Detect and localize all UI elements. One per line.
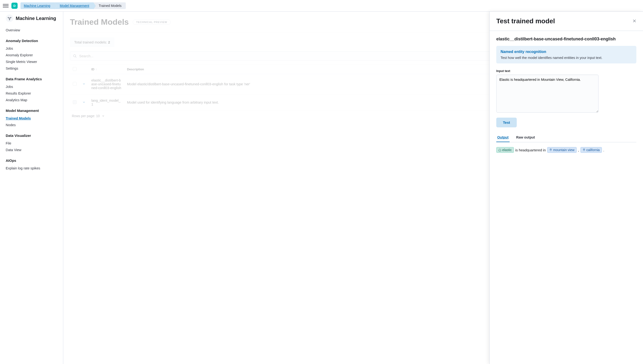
callout-text: Test how well the model identifies named… [501,56,632,60]
technical-preview-badge: TECHNICAL PREVIEW [133,20,171,25]
model-name: elastic__distilbert-base-uncased-finetun… [496,36,636,42]
sidebar-group-data-viz: Data Visualizer [6,134,63,138]
input-text-label: Input text [496,69,636,73]
close-icon [632,19,636,23]
hamburger-menu-icon[interactable] [3,3,9,8]
ml-app-icon [6,14,13,22]
sidebar-item-file[interactable]: File [6,140,63,146]
page-title: Trained Models [70,17,129,26]
flyout-title: Test trained model [496,17,555,25]
output-line: elastic is headquartered in mountain vie… [496,147,636,153]
svg-line-5 [10,18,11,18]
sidebar-item-analytics-map[interactable]: Analytics Map [6,97,63,103]
tab-raw-output[interactable]: Raw output [515,133,536,142]
svg-point-3 [9,20,10,20]
svg-point-7 [74,55,76,57]
breadcrumb-current: Trained Models [94,2,126,9]
sidebar-item-settings[interactable]: Settings [6,65,63,72]
sort-asc-icon: ↑ [95,68,97,71]
sidebar-group-anomaly: Anomaly Detection [6,39,63,43]
top-bar: D Machine Learning Model Management Trai… [0,0,643,12]
entity-loc: california [580,147,602,153]
output-text: . [603,148,604,152]
sidebar-item-data-view[interactable]: Data View [6,146,63,153]
sidebar-item-explain-spikes[interactable]: Explain log rate spikes [6,165,63,172]
location-icon [583,148,585,151]
sidebar-item-overview[interactable]: Overview [6,27,63,34]
output-text: , [578,148,579,152]
col-id[interactable]: ID↑ [89,65,124,74]
close-flyout-button[interactable] [632,18,636,24]
expand-row-icon[interactable] [82,100,86,104]
svg-point-11 [550,149,551,150]
total-models-stat: Total trained models: 2 [70,37,114,47]
sidebar-group-aiops: AIOps [6,158,63,162]
sidebar-item-anomaly-explorer[interactable]: Anomaly Explorer [6,52,63,58]
chevron-down-icon [102,114,105,117]
sidebar-item-nodes[interactable]: Nodes [6,122,63,128]
breadcrumb-model-mgmt[interactable]: Model Management [55,2,94,9]
select-all-checkbox[interactable] [73,67,77,71]
home-icon [498,148,501,151]
svg-line-8 [75,56,76,58]
sidebar-item-single-metric[interactable]: Single Metric Viewer [6,58,63,65]
tab-output[interactable]: Output [496,133,510,142]
input-text-textarea[interactable] [496,74,598,112]
expand-row-icon[interactable] [82,82,86,86]
sidebar-item-results-explorer[interactable]: Results Explorer [6,90,63,97]
sidebar-item-dfa-jobs[interactable]: Jobs [6,84,63,90]
output-tabs: Output Raw output [496,133,636,142]
row-checkbox [73,100,77,104]
svg-point-12 [584,149,584,150]
svg-point-0 [9,18,10,19]
search-icon [73,54,77,58]
sidebar-item-jobs[interactable]: Jobs [6,45,63,52]
stat-label: Total trained models: [74,40,108,44]
entity-org: elastic [496,147,514,153]
sidebar: Machine Learning Overview Anomaly Detect… [0,12,63,364]
ner-callout: Named entity recognition Test how well t… [496,46,636,64]
svg-line-4 [9,18,9,18]
row-checkbox[interactable] [73,82,77,86]
output-text: is headquartered in [515,148,546,152]
test-model-flyout: Test trained model elastic__distilbert-b… [489,12,643,364]
callout-title: Named entity recognition [501,50,632,54]
location-icon [549,148,552,151]
entity-loc: mountain view [547,147,577,153]
sidebar-header: Machine Learning [6,14,63,22]
avatar[interactable]: D [12,2,18,9]
row-id: lang_ident_model_1 [89,94,124,111]
stat-value: 2 [108,40,110,44]
sidebar-item-trained-models[interactable]: Trained Models [6,115,63,122]
sidebar-group-model-mgmt: Model Management [6,108,63,112]
breadcrumb-ml[interactable]: Machine Learning [21,2,55,9]
sidebar-group-dfa: Data Frame Analytics [6,77,63,81]
sidebar-app-title: Machine Learning [16,15,56,22]
breadcrumbs: Machine Learning Model Management Traine… [21,2,126,9]
test-button[interactable]: Test [496,118,517,127]
row-id: elastic__distilbert-base-uncased-finetun… [89,74,124,94]
